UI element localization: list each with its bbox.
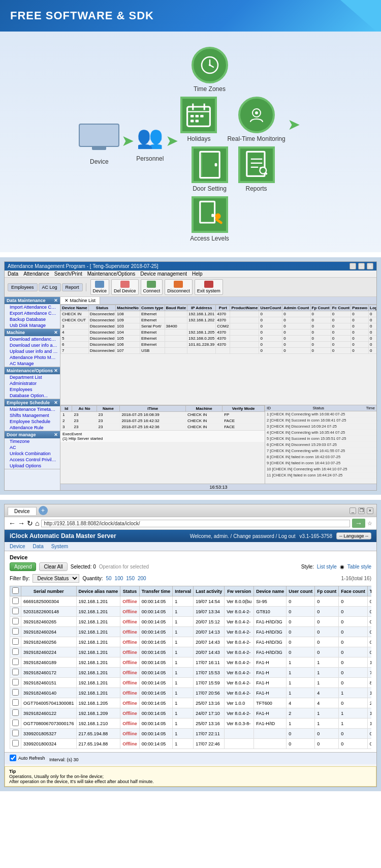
amp-btn-del-device[interactable]: Del Device <box>111 279 139 295</box>
iclock-new-tab-btn[interactable]: + <box>39 506 48 515</box>
amp-sidebar-backup[interactable]: Backup Database <box>5 316 60 322</box>
amp-sidebar-ul-user[interactable]: Upload user info and FP <box>5 348 60 354</box>
amp-tab-aclog[interactable]: AC Log <box>39 283 61 291</box>
iclock-restore-btn[interactable]: ❐ <box>358 507 365 514</box>
iclock-forward-btn[interactable]: → <box>18 519 25 527</box>
iclock-col-face[interactable]: Face count <box>339 586 368 596</box>
amp-sidebar-dl-logs[interactable]: Download attendance logs <box>5 336 60 342</box>
iclock-device-row[interactable]: 3929182460264 192.168.1.201 Offline 00:0… <box>10 627 372 637</box>
iclock-col-last[interactable]: Last activity <box>194 586 225 596</box>
iclock-device-row[interactable]: OGT7080067073000176 192.168.1.210 Offlin… <box>10 719 372 729</box>
iclock-device-row[interactable]: 3929182460172 192.168.1.201 Offline 00:0… <box>10 668 372 678</box>
amp-sidebar-access-ctrl[interactable]: Access Control Privilege <box>5 457 60 463</box>
iclock-row-cb-9[interactable] <box>12 689 19 696</box>
iclock-nav-device[interactable]: Device <box>10 544 25 549</box>
iclock-device-row[interactable]: 3929182460265 192.168.1.201 Offline 00:0… <box>10 617 372 627</box>
amp-minimize-btn[interactable]: _ <box>350 263 356 270</box>
amp-log-row[interactable]: 1 23 23 2018-07-25 16:08:39 CHECK IN FP <box>61 412 265 418</box>
iclock-device-row[interactable]: 3929182460122 192.168.1.209 Offline 00:0… <box>10 708 372 719</box>
amp-sidebar-emp-sched[interactable]: Employee Schedule <box>5 418 60 425</box>
iclock-device-row[interactable]: OGT7040057041300081 192.168.1.205 Offlin… <box>10 698 372 708</box>
iclock-home-btn[interactable]: ⌂ <box>35 519 39 527</box>
amp-sidebar-shifts[interactable]: Shifts Management <box>5 412 60 418</box>
iclock-col-transfer[interactable]: Transfer time <box>139 586 173 596</box>
amp-sidebar-export[interactable]: Export Attendance Checking Data <box>5 310 60 316</box>
iclock-device-row[interactable]: 66691825000304 192.168.1.201 Offline 00:… <box>10 596 372 607</box>
amp-sidebar-att-rule[interactable]: Attendance Rule <box>5 425 60 431</box>
amp-sidebar-db-opt[interactable]: Database Option... <box>5 393 60 399</box>
iclock-filter-select[interactable]: Device Status <box>33 574 79 583</box>
amp-sidebar-employees[interactable]: Employees <box>5 386 60 393</box>
iclock-row-cb-6[interactable] <box>12 659 19 665</box>
iclock-qty-200[interactable]: 200 <box>138 576 146 581</box>
iclock-auto-refresh-cb[interactable] <box>10 755 16 761</box>
amp-menu-search[interactable]: Search/Print <box>54 271 82 277</box>
amp-btn-disconnect[interactable]: Disconnect <box>165 279 193 295</box>
iclock-close-btn[interactable]: × <box>367 507 373 514</box>
amp-menu-help[interactable]: Help <box>192 271 203 277</box>
iclock-row-cb-8[interactable] <box>12 679 19 685</box>
amp-sidebar-header-data[interactable]: Data Maintenance✕ <box>5 297 60 304</box>
iclock-device-row[interactable]: 3929182460189 192.168.1.201 Offline 00:0… <box>10 657 372 668</box>
iclock-row-cb-10[interactable] <box>12 699 19 706</box>
amp-sidebar-header-door[interactable]: Door manage✕ <box>5 431 60 438</box>
iclock-row-cb-11[interactable] <box>12 709 19 716</box>
iclock-tab-device[interactable]: Device <box>8 507 37 515</box>
amp-sidebar-ac2[interactable]: AC <box>5 444 60 451</box>
amp-sidebar-photo[interactable]: Attendance Photo Management <box>5 354 60 361</box>
amp-sidebar-upload-opt[interactable]: Upload Options <box>5 463 60 469</box>
iclock-device-row[interactable]: 3399201805327 217.65.194.88 Offline 00:0… <box>10 729 372 739</box>
iclock-col-device[interactable]: Device name <box>254 586 287 596</box>
iclock-minimize-btn[interactable]: _ <box>350 507 356 514</box>
amp-machine-row[interactable]: 3 Disconnected 103 Serial Port/ 38400 CO… <box>61 323 377 330</box>
iclock-qty-50[interactable]: 50 <box>106 576 111 581</box>
iclock-url-input[interactable] <box>41 520 350 527</box>
iclock-qty-100[interactable]: 100 <box>115 576 123 581</box>
amp-sidebar-timetables[interactable]: Maintenance Timetables <box>5 406 60 412</box>
iclock-col-status[interactable]: Status <box>120 586 140 596</box>
amp-maximize-btn[interactable]: □ <box>358 263 365 270</box>
iclock-device-row[interactable]: 3929182460151 192.168.1.201 Offline 00:0… <box>10 678 372 688</box>
iclock-row-cb-7[interactable] <box>12 669 19 675</box>
amp-close-btn[interactable]: × <box>367 263 373 270</box>
amp-btn-connect[interactable]: Connect <box>141 279 163 295</box>
amp-sidebar-header-sched[interactable]: Employee Schedule✕ <box>5 399 60 406</box>
iclock-device-row[interactable]: 3929182460224 192.168.1.201 Offline 00:0… <box>10 647 372 657</box>
amp-menu-maintenance[interactable]: Maintenance/Options <box>87 271 136 277</box>
iclock-table-style-btn[interactable]: Table style <box>347 564 371 570</box>
iclock-row-cb-2[interactable] <box>12 618 19 624</box>
iclock-row-cb-4[interactable] <box>12 638 19 645</box>
iclock-col-tx[interactable]: Transaction count <box>367 586 371 596</box>
amp-btn-exit[interactable]: Exit system <box>195 279 223 295</box>
iclock-row-cb-12[interactable] <box>12 720 19 726</box>
iclock-go-btn[interactable]: → <box>352 519 365 528</box>
iclock-row-cb-0[interactable] <box>12 597 19 604</box>
iclock-device-row[interactable]: 3399201800324 217.65.194.88 Offline 00:0… <box>10 739 372 749</box>
iclock-row-cb-3[interactable] <box>12 628 19 635</box>
iclock-device-row[interactable]: 3929182460256 192.168.1.201 Offline 00:0… <box>10 637 372 647</box>
amp-log-row[interactable]: 3 23 23 2018-07-25 16:42:36 CHECK IN FAC… <box>61 424 265 430</box>
amp-tab-report[interactable]: Report <box>62 283 83 291</box>
iclock-col-fw[interactable]: Fw version <box>225 586 254 596</box>
amp-sidebar-usb[interactable]: Usb Disk Manage <box>5 322 60 328</box>
amp-machine-row[interactable]: 7 Disconnected 107 USB 0 0 0 0 0 0 3204 <box>61 348 377 354</box>
amp-machine-row[interactable]: 4 Disconnected 104 Ethernet 192.168.1.20… <box>61 330 377 336</box>
iclock-col-user[interactable]: User count <box>287 586 315 596</box>
iclock-col-interval[interactable]: Interval <box>173 586 194 596</box>
iclock-clear-all-btn[interactable]: Clear All <box>39 562 67 571</box>
iclock-append-btn[interactable]: Append <box>10 562 36 571</box>
iclock-row-cb-14[interactable] <box>12 740 19 746</box>
amp-sidebar-unlock[interactable]: Unlock Combination <box>5 451 60 457</box>
iclock-row-cb-13[interactable] <box>12 730 19 736</box>
iclock-refresh-btn[interactable]: ↻ <box>27 519 33 527</box>
iclock-col-serial[interactable]: Serial number <box>21 586 77 596</box>
amp-menu-device[interactable]: Device management <box>140 271 187 277</box>
iclock-nav-system[interactable]: System <box>51 544 68 549</box>
amp-tab-employees[interactable]: Employees <box>8 283 38 291</box>
amp-sidebar-header-machine[interactable]: Machine✕ <box>5 329 60 336</box>
amp-sidebar-header-maint[interactable]: Maintenance/Options✕ <box>5 367 60 374</box>
amp-machine-row[interactable]: CHECK IN Disconnected 108 Ethernet 192.1… <box>61 311 377 317</box>
iclock-auto-refresh-label[interactable]: Auto Refresh <box>10 755 45 761</box>
iclock-list-style-btn[interactable]: List style <box>317 564 337 570</box>
amp-sidebar-admin[interactable]: Administrator <box>5 380 60 386</box>
